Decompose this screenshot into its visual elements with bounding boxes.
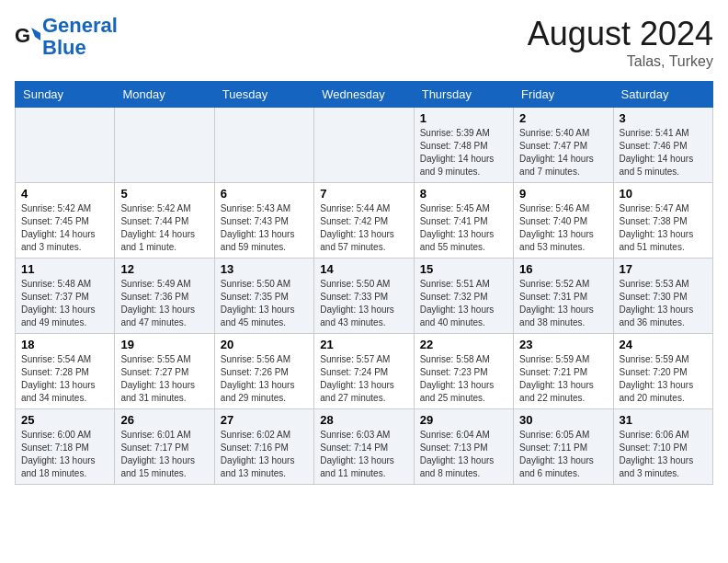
day-info: Sunrise: 5:47 AM Sunset: 7:38 PM Dayligh…: [620, 202, 707, 254]
day-info: Sunrise: 5:57 AM Sunset: 7:24 PM Dayligh…: [320, 353, 407, 405]
cell-w4-d7: 24Sunrise: 5:59 AM Sunset: 7:20 PM Dayli…: [613, 334, 712, 409]
day-number: 11: [21, 262, 108, 276]
week-row-2: 4Sunrise: 5:42 AM Sunset: 7:45 PM Daylig…: [16, 183, 713, 259]
col-saturday: Saturday: [613, 82, 712, 108]
week-row-3: 11Sunrise: 5:48 AM Sunset: 7:37 PM Dayli…: [16, 259, 713, 334]
header-row: Sunday Monday Tuesday Wednesday Thursday…: [16, 82, 713, 108]
calendar-body: 1Sunrise: 5:39 AM Sunset: 7:48 PM Daylig…: [16, 108, 713, 485]
cell-w4-d2: 19Sunrise: 5:55 AM Sunset: 7:27 PM Dayli…: [115, 334, 214, 409]
day-info: Sunrise: 5:58 AM Sunset: 7:23 PM Dayligh…: [420, 353, 507, 405]
cell-w2-d3: 6Sunrise: 5:43 AM Sunset: 7:43 PM Daylig…: [214, 183, 313, 259]
calendar-header: Sunday Monday Tuesday Wednesday Thursday…: [16, 82, 713, 108]
day-info: Sunrise: 5:59 AM Sunset: 7:20 PM Dayligh…: [620, 353, 707, 405]
cell-w3-d4: 14Sunrise: 5:50 AM Sunset: 7:33 PM Dayli…: [314, 259, 414, 334]
cell-w2-d7: 10Sunrise: 5:47 AM Sunset: 7:38 PM Dayli…: [613, 183, 712, 259]
day-info: Sunrise: 5:54 AM Sunset: 7:28 PM Dayligh…: [21, 353, 108, 405]
day-number: 8: [420, 187, 507, 201]
cell-w4-d1: 18Sunrise: 5:54 AM Sunset: 7:28 PM Dayli…: [16, 334, 115, 409]
day-number: 14: [320, 262, 407, 276]
day-info: Sunrise: 5:39 AM Sunset: 7:48 PM Dayligh…: [420, 127, 507, 178]
cell-w3-d5: 15Sunrise: 5:51 AM Sunset: 7:32 PM Dayli…: [414, 259, 513, 334]
day-number: 3: [620, 111, 707, 125]
day-number: 18: [21, 338, 108, 351]
day-info: Sunrise: 5:59 AM Sunset: 7:21 PM Dayligh…: [519, 353, 607, 405]
day-number: 28: [320, 413, 407, 427]
day-number: 6: [221, 187, 308, 201]
week-row-4: 18Sunrise: 5:54 AM Sunset: 7:28 PM Dayli…: [16, 334, 713, 409]
day-info: Sunrise: 6:04 AM Sunset: 7:13 PM Dayligh…: [420, 429, 507, 480]
logo-line1: General: [42, 14, 118, 37]
cell-w1-d7: 3Sunrise: 5:41 AM Sunset: 7:46 PM Daylig…: [613, 108, 712, 183]
cell-w5-d1: 25Sunrise: 6:00 AM Sunset: 7:18 PM Dayli…: [16, 409, 115, 485]
cell-w4-d4: 21Sunrise: 5:57 AM Sunset: 7:24 PM Dayli…: [314, 334, 414, 409]
day-info: Sunrise: 5:50 AM Sunset: 7:33 PM Dayligh…: [320, 278, 407, 329]
cell-w2-d2: 5Sunrise: 5:42 AM Sunset: 7:44 PM Daylig…: [115, 183, 214, 259]
day-info: Sunrise: 6:03 AM Sunset: 7:14 PM Dayligh…: [320, 429, 407, 480]
cell-w1-d3: [214, 108, 313, 183]
day-info: Sunrise: 5:56 AM Sunset: 7:26 PM Dayligh…: [221, 353, 308, 405]
day-info: Sunrise: 6:05 AM Sunset: 7:11 PM Dayligh…: [519, 429, 607, 480]
day-number: 23: [519, 338, 607, 351]
day-number: 24: [620, 338, 707, 351]
day-number: 5: [120, 187, 208, 201]
day-number: 19: [120, 338, 208, 351]
cell-w3-d1: 11Sunrise: 5:48 AM Sunset: 7:37 PM Dayli…: [16, 259, 115, 334]
day-number: 26: [120, 413, 208, 427]
day-info: Sunrise: 5:44 AM Sunset: 7:42 PM Dayligh…: [320, 202, 407, 254]
cell-w5-d6: 30Sunrise: 6:05 AM Sunset: 7:11 PM Dayli…: [514, 409, 613, 485]
cell-w1-d4: [314, 108, 414, 183]
cell-w2-d5: 8Sunrise: 5:45 AM Sunset: 7:41 PM Daylig…: [414, 183, 513, 259]
day-number: 27: [221, 413, 308, 427]
day-info: Sunrise: 6:02 AM Sunset: 7:16 PM Dayligh…: [221, 429, 308, 480]
cell-w2-d1: 4Sunrise: 5:42 AM Sunset: 7:45 PM Daylig…: [16, 183, 115, 259]
cell-w4-d5: 22Sunrise: 5:58 AM Sunset: 7:23 PM Dayli…: [414, 334, 513, 409]
cell-w4-d6: 23Sunrise: 5:59 AM Sunset: 7:21 PM Dayli…: [514, 334, 613, 409]
month-year: August 2024: [528, 15, 713, 53]
cell-w1-d2: [115, 108, 214, 183]
cell-w1-d1: [16, 108, 115, 183]
cell-w3-d2: 12Sunrise: 5:49 AM Sunset: 7:36 PM Dayli…: [115, 259, 214, 334]
cell-w2-d6: 9Sunrise: 5:46 AM Sunset: 7:40 PM Daylig…: [514, 183, 613, 259]
week-row-1: 1Sunrise: 5:39 AM Sunset: 7:48 PM Daylig…: [16, 108, 713, 183]
day-number: 20: [221, 338, 308, 351]
day-number: 15: [420, 262, 507, 276]
day-info: Sunrise: 5:40 AM Sunset: 7:47 PM Dayligh…: [519, 127, 607, 178]
col-thursday: Thursday: [414, 82, 513, 108]
day-info: Sunrise: 5:52 AM Sunset: 7:31 PM Dayligh…: [519, 278, 607, 329]
title-block: August 2024 Talas, Turkey: [528, 15, 713, 70]
day-number: 7: [320, 187, 407, 201]
day-info: Sunrise: 5:41 AM Sunset: 7:46 PM Dayligh…: [620, 127, 707, 178]
cell-w5-d3: 27Sunrise: 6:02 AM Sunset: 7:16 PM Dayli…: [214, 409, 313, 485]
logo: G General Blue: [15, 15, 118, 59]
col-monday: Monday: [115, 82, 214, 108]
day-number: 4: [21, 187, 108, 201]
day-info: Sunrise: 5:45 AM Sunset: 7:41 PM Dayligh…: [420, 202, 507, 254]
day-info: Sunrise: 5:42 AM Sunset: 7:45 PM Dayligh…: [21, 202, 108, 254]
day-info: Sunrise: 5:43 AM Sunset: 7:43 PM Dayligh…: [221, 202, 308, 254]
day-info: Sunrise: 6:01 AM Sunset: 7:17 PM Dayligh…: [120, 429, 208, 480]
day-number: 29: [420, 413, 507, 427]
day-info: Sunrise: 5:51 AM Sunset: 7:32 PM Dayligh…: [420, 278, 507, 329]
cell-w5-d5: 29Sunrise: 6:04 AM Sunset: 7:13 PM Dayli…: [414, 409, 513, 485]
day-number: 17: [620, 262, 707, 276]
day-info: Sunrise: 5:46 AM Sunset: 7:40 PM Dayligh…: [519, 202, 607, 254]
day-number: 16: [519, 262, 607, 276]
cell-w5-d2: 26Sunrise: 6:01 AM Sunset: 7:17 PM Dayli…: [115, 409, 214, 485]
day-number: 10: [620, 187, 707, 201]
svg-marker-1: [31, 28, 40, 40]
day-info: Sunrise: 5:53 AM Sunset: 7:30 PM Dayligh…: [620, 278, 707, 329]
cell-w1-d6: 2Sunrise: 5:40 AM Sunset: 7:47 PM Daylig…: [514, 108, 613, 183]
cell-w1-d5: 1Sunrise: 5:39 AM Sunset: 7:48 PM Daylig…: [414, 108, 513, 183]
day-number: 30: [519, 413, 607, 427]
col-tuesday: Tuesday: [214, 82, 313, 108]
col-wednesday: Wednesday: [314, 82, 414, 108]
cell-w2-d4: 7Sunrise: 5:44 AM Sunset: 7:42 PM Daylig…: [314, 183, 414, 259]
cell-w3-d6: 16Sunrise: 5:52 AM Sunset: 7:31 PM Dayli…: [514, 259, 613, 334]
day-info: Sunrise: 5:50 AM Sunset: 7:35 PM Dayligh…: [221, 278, 308, 329]
day-info: Sunrise: 5:49 AM Sunset: 7:36 PM Dayligh…: [120, 278, 208, 329]
cell-w3-d3: 13Sunrise: 5:50 AM Sunset: 7:35 PM Dayli…: [214, 259, 313, 334]
day-number: 13: [221, 262, 308, 276]
day-number: 2: [519, 111, 607, 125]
day-number: 25: [21, 413, 108, 427]
day-number: 1: [420, 111, 507, 125]
